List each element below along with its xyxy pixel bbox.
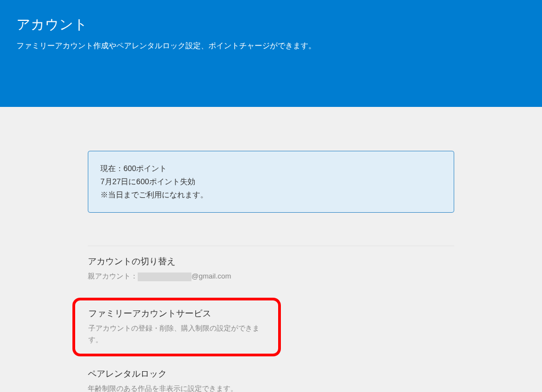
redacted-email <box>138 272 191 281</box>
family-account-desc: 子アカウントの登録・削除、購入制限の設定ができます。 <box>88 323 268 346</box>
page-header: アカウント ファミリーアカウント作成やペアレンタルロック設定、ポイントチャージが… <box>0 0 542 107</box>
section-divider <box>88 246 454 246</box>
parent-account-label: 親アカウント： <box>88 272 138 280</box>
account-switch-desc: 親アカウント：@gmail.com <box>88 271 454 282</box>
family-account-title: ファミリーアカウントサービス <box>88 308 268 320</box>
page-subtitle: ファミリーアカウント作成やペアレンタルロック設定、ポイントチャージができます。 <box>16 41 526 51</box>
account-switch-title: アカウントの切り替え <box>88 256 454 268</box>
content-area: 現在：600ポイント 7月27日に600ポイント失効 ※当日までご利用になれます… <box>0 107 542 392</box>
page-title: アカウント <box>16 15 526 33</box>
parental-lock-desc: 年齢制限のある作品を非表示に設定できます。 <box>88 383 454 392</box>
points-note: ※当日までご利用になれます。 <box>100 189 442 202</box>
points-info-box: 現在：600ポイント 7月27日に600ポイント失効 ※当日までご利用になれます… <box>88 151 454 213</box>
points-current: 現在：600ポイント <box>100 162 442 175</box>
points-expiry: 7月27日に600ポイント失効 <box>100 175 442 189</box>
parental-lock-section[interactable]: ペアレンタルロック 年齢制限のある作品を非表示に設定できます。 設定：OFF <box>88 368 454 392</box>
email-domain: @gmail.com <box>191 272 231 280</box>
account-switch-section[interactable]: アカウントの切り替え 親アカウント：@gmail.com <box>88 256 454 282</box>
family-account-section[interactable]: ファミリーアカウントサービス 子アカウントの登録・削除、購入制限の設定ができます… <box>72 298 281 356</box>
parental-lock-title: ペアレンタルロック <box>88 368 454 380</box>
